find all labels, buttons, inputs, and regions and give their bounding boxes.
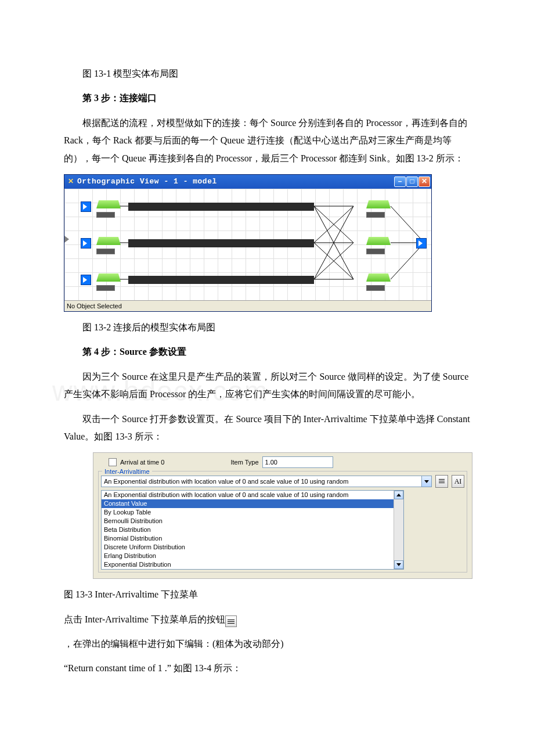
caption-fig-13-1: 图 13-1 模型实体布局图 [64, 65, 476, 82]
list-item[interactable]: Erlang Distribution [102, 552, 403, 560]
figure-orthographic-view: ✕ Orthographic View - 1 - model – □ ✕ [64, 174, 476, 312]
input-item-type[interactable]: 1.00 [262, 456, 333, 468]
paragraph-edit-note: ，在弹出的编辑框中进行如下编辑：(粗体为改动部分) [64, 635, 476, 653]
paragraph-return-value: “Return constant time of 1 .” 如图 13-4 所示… [64, 660, 476, 677]
source[interactable] [81, 238, 91, 249]
processor[interactable] [366, 273, 391, 282]
queue[interactable] [96, 285, 115, 291]
list-item[interactable]: Bernoulli Distribution [102, 517, 403, 525]
list-item[interactable]: Beta Distribution [102, 525, 403, 534]
sink[interactable] [416, 238, 427, 249]
group-inter-arrivaltime: Inter-Arrivaltime An Exponential distrib… [98, 471, 467, 573]
drag-handle[interactable] [64, 189, 69, 290]
window-title: Orthographic View - 1 - model [77, 176, 394, 188]
maximize-button[interactable]: □ [406, 177, 418, 187]
caption-fig-13-2: 图 13-2 连接后的模型实体布局图 [64, 319, 476, 336]
queue[interactable] [96, 249, 115, 254]
titlebar[interactable]: ✕ Orthographic View - 1 - model – □ ✕ [64, 175, 431, 189]
app-icon: ✕ [67, 178, 75, 186]
figure-parameter-panel: Arrival at time 0 Item Type 1.00 Inter-A… [93, 452, 476, 579]
inline-edit-script-button[interactable] [225, 615, 237, 627]
list-item[interactable]: Exponential Distribution [102, 560, 403, 569]
paragraph-click-button: 点击 Inter-Arrivaltime 下拉菜单后的按钮 [64, 611, 476, 628]
rack[interactable] [128, 203, 314, 211]
paragraph-step4-b: 双击一个 Source 打开参数设置页。在 Source 项目下的 Inter-… [64, 411, 476, 446]
processor[interactable] [366, 237, 391, 245]
scroll-down-button[interactable] [394, 560, 403, 569]
heading-step-4: 第 4 步：Source 参数设置 [64, 343, 476, 361]
label-arrival-time-0: Arrival at time 0 [120, 458, 164, 468]
window-canvas[interactable] [64, 189, 431, 300]
processor[interactable] [366, 200, 391, 208]
checkbox-arrival-time-0[interactable] [109, 458, 117, 466]
queue[interactable] [366, 212, 385, 218]
queue[interactable] [366, 285, 385, 291]
svg-rect-17 [439, 483, 445, 483]
chevron-down-icon[interactable] [421, 476, 431, 487]
queue[interactable] [366, 249, 385, 254]
text-button[interactable]: AI [452, 475, 464, 488]
rack[interactable] [128, 239, 314, 247]
svg-line-12 [391, 206, 424, 243]
list-item[interactable]: An Exponential distribution with locatio… [102, 491, 403, 499]
combobox-value: An Exponential distribution with locatio… [104, 477, 348, 487]
rack[interactable] [128, 276, 314, 284]
paragraph-step4-a: 因为三个 Source 在这里只是产生产品的装置，所以对三个 Source 做同… [64, 368, 476, 404]
source-parameter-panel: Arrival at time 0 Item Type 1.00 Inter-A… [93, 452, 472, 579]
edit-script-button[interactable] [435, 475, 448, 488]
minimize-button[interactable]: – [394, 177, 406, 187]
scroll-up-button[interactable] [394, 491, 403, 499]
listbox-distribution[interactable]: An Exponential distribution with locatio… [101, 490, 404, 570]
window-orthographic-view: ✕ Orthographic View - 1 - model – □ ✕ [64, 174, 432, 312]
list-icon [438, 478, 445, 485]
heading-step-3: 第 3 步：连接端口 [64, 89, 476, 107]
close-button[interactable]: ✕ [418, 177, 430, 187]
list-item[interactable]: Binomial Distribution [102, 534, 403, 543]
list-item[interactable]: Discrete Uniform Distribution [102, 543, 403, 552]
paragraph-step3: 根据配送的流程，对模型做如下的连接：每个 Source 分别连到各自的 Proc… [64, 114, 476, 167]
status-bar: No Object Selected [64, 300, 431, 311]
list-item[interactable]: By Lookup Table [102, 508, 403, 517]
caption-fig-13-3: 图 13-3 Inter-Arrivaltime 下拉菜单 [64, 586, 476, 603]
list-item-selected[interactable]: Constant Value [102, 499, 403, 508]
processor[interactable] [96, 200, 121, 208]
queue[interactable] [96, 212, 115, 218]
source[interactable] [81, 275, 91, 285]
processor[interactable] [96, 237, 121, 245]
combobox-inter-arrivaltime[interactable]: An Exponential distribution with locatio… [101, 476, 432, 487]
svg-rect-15 [439, 479, 445, 480]
svg-rect-16 [439, 481, 445, 481]
source[interactable] [81, 201, 91, 212]
processor[interactable] [96, 273, 121, 282]
scrollbar[interactable] [394, 491, 403, 569]
label-item-type: Item Type [230, 458, 258, 468]
